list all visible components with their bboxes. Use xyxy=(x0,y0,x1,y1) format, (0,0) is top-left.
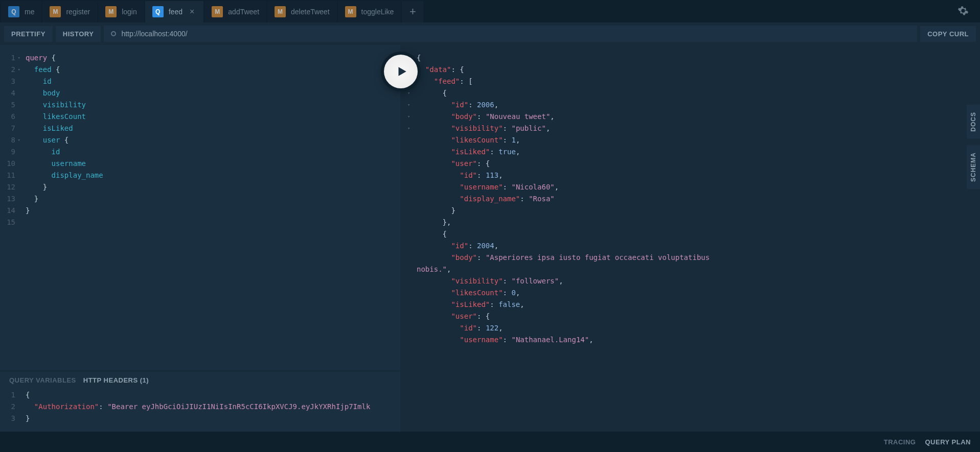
reload-icon[interactable] xyxy=(111,31,116,36)
tab-label: login xyxy=(122,8,137,16)
schema-tab[interactable]: SCHEMA xyxy=(967,145,980,189)
tab-register[interactable]: Mregister xyxy=(42,1,97,22)
tab-label: addTweet xyxy=(228,8,259,16)
tab-http-headers[interactable]: HTTP HEADERS (1) xyxy=(83,376,149,384)
response-panel[interactable]: ▾▾▾▾▾▾▾ { "data": { "feed": [ { "id": 20… xyxy=(400,45,980,432)
tab-label: toggleLike xyxy=(361,8,394,16)
gear-icon[interactable] xyxy=(958,5,969,18)
tab-toggleLike[interactable]: MtoggleLike xyxy=(338,1,401,22)
tab-label: me xyxy=(25,8,34,16)
main-area: 123456789101112131415 query { feed { id … xyxy=(0,45,980,432)
endpoint-input[interactable] xyxy=(121,30,910,38)
play-icon xyxy=(395,65,408,78)
add-tab-button[interactable]: + xyxy=(402,1,423,22)
variables-panel: QUERY VARIABLES HTTP HEADERS (1) 123 { "… xyxy=(0,371,400,432)
docs-tab[interactable]: DOCS xyxy=(967,105,980,139)
mutation-icon: M xyxy=(275,6,286,17)
mutation-icon: M xyxy=(50,6,61,17)
plus-icon: + xyxy=(409,5,416,18)
close-icon[interactable]: × xyxy=(188,7,196,16)
query-plan-button[interactable]: QUERY PLAN xyxy=(925,438,971,446)
mutation-icon: M xyxy=(212,6,223,17)
bottom-bar: TRACING QUERY PLAN xyxy=(0,432,980,452)
play-button[interactable] xyxy=(384,55,418,88)
history-button[interactable]: HISTORY xyxy=(56,26,101,42)
tab-label: register xyxy=(66,8,90,16)
query-editor[interactable]: 123456789101112131415 query { feed { id … xyxy=(0,45,400,371)
endpoint-bar xyxy=(104,26,917,42)
tab-label: feed xyxy=(169,8,183,16)
query-editor-panel: 123456789101112131415 query { feed { id … xyxy=(0,45,400,432)
tab-query-variables[interactable]: QUERY VARIABLES xyxy=(9,376,76,384)
mutation-icon: M xyxy=(345,6,356,17)
side-tabs: DOCS SCHEMA xyxy=(967,105,980,189)
query-icon: Q xyxy=(152,6,164,17)
tab-me[interactable]: Qme xyxy=(1,1,41,22)
prettify-button[interactable]: PRETTIFY xyxy=(4,26,53,42)
toolbar: PRETTIFY HISTORY COPY CURL xyxy=(0,22,980,45)
tab-login[interactable]: Mlogin xyxy=(98,1,144,22)
tab-label: deleteTweet xyxy=(291,8,330,16)
headers-editor[interactable]: 123 { "Authorization": "Bearer eyJhbGciO… xyxy=(0,389,400,432)
tracing-button[interactable]: TRACING xyxy=(884,438,916,446)
tabs-bar: QmeMregisterMloginQfeed×MaddTweetMdelete… xyxy=(0,0,980,22)
query-icon: Q xyxy=(8,6,19,17)
tab-deleteTweet[interactable]: MdeleteTweet xyxy=(267,1,337,22)
tab-addTweet[interactable]: MaddTweet xyxy=(204,1,266,22)
mutation-icon: M xyxy=(105,6,117,17)
tab-feed[interactable]: Qfeed× xyxy=(145,1,204,22)
copy-curl-button[interactable]: COPY CURL xyxy=(920,26,976,42)
